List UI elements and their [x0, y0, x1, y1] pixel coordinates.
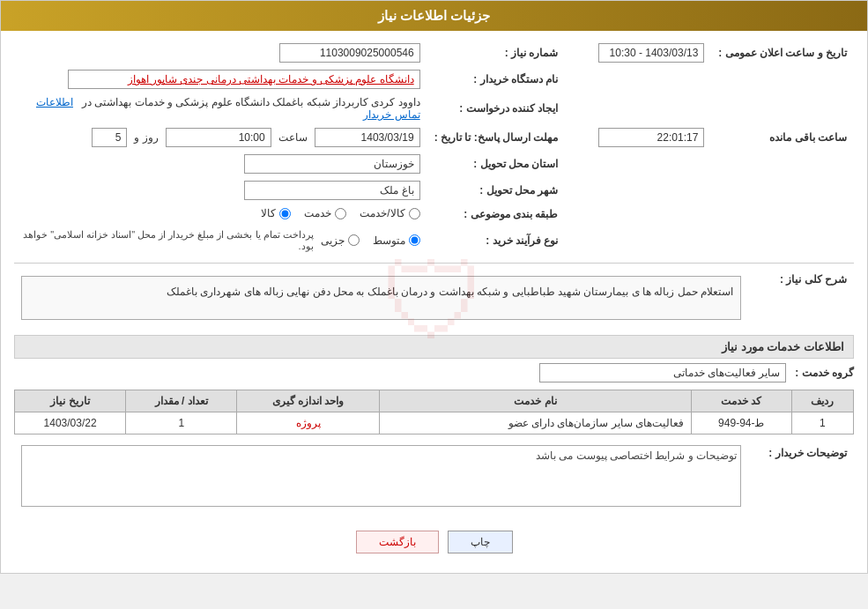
col-service-code: کد خدمت	[692, 390, 792, 412]
category-label: طبقه بندی موضوعی :	[427, 204, 566, 226]
deadline-remaining-suffix: ساعت باقی مانده	[711, 124, 854, 151]
request-number-label: شماره نیاز :	[427, 40, 566, 66]
deadline-time: 10:00	[166, 128, 271, 147]
purchase-type-radio-group: متوسط جزیی	[321, 234, 420, 247]
cell-unit: پروژه	[237, 412, 380, 434]
description-table: شرح کلی نیاز : استعلام حمل زباله ها ی بی…	[14, 268, 854, 328]
page-title: جزئیات اطلاعات نیاز	[378, 8, 490, 23]
back-button[interactable]: بازگشت	[356, 531, 439, 553]
table-row: 1 ط-94-949 فعالیت‌های سایر سازمان‌های دا…	[15, 412, 854, 434]
print-button[interactable]: چاپ	[448, 531, 513, 553]
info-table: تاریخ و ساعت اعلان عمومی : 1403/03/13 - …	[14, 40, 854, 256]
purchase-type-label: نوع فرآیند خرید :	[427, 226, 566, 256]
creator-value: داوود کردی کاربرداز شبکه باغملک دانشگاه …	[82, 96, 420, 108]
deadline-label: مهلت ارسال پاسخ: تا تاریخ :	[427, 124, 566, 151]
col-unit: واحد اندازه گیری	[237, 390, 380, 412]
cell-date: 1403/03/22	[15, 412, 126, 434]
province-label: استان محل تحویل :	[427, 151, 566, 177]
page-header: جزئیات اطلاعات نیاز	[1, 1, 867, 31]
purchase-type-jozi[interactable]: جزیی	[321, 234, 360, 247]
category-radio-group: کالا/خدمت خدمت کالا	[261, 207, 419, 219]
cell-service-name: فعالیت‌های سایر سازمان‌های دارای عضو	[379, 412, 691, 434]
city-label: شهر محل تحویل :	[427, 177, 566, 204]
date-time-value: 1403/03/13 - 10:30	[598, 43, 704, 63]
services-section-title: اطلاعات خدمات مورد نیاز	[14, 335, 854, 359]
notes-table: توضیحات خریدار : توضیحات و شرایط اختصاصی…	[14, 442, 854, 513]
date-time-label: تاریخ و ساعت اعلان عمومی :	[711, 40, 854, 66]
service-group-label: گروه خدمت :	[795, 367, 854, 379]
deadline-time-label: ساعت	[278, 131, 308, 144]
deadline-date: 1403/03/19	[315, 128, 420, 147]
category-option-kala[interactable]: کالا	[261, 207, 291, 219]
services-table: ردیف کد خدمت نام خدمت واحد اندازه گیری ت…	[14, 390, 854, 434]
group-service-row: گروه خدمت : سایر فعالیت‌های خدماتی	[14, 363, 854, 382]
button-row: چاپ بازگشت	[14, 520, 854, 564]
deadline-remaining: 22:01:17	[598, 128, 704, 147]
cell-service-code: ط-94-949	[692, 412, 792, 434]
deadline-days-label: روز و	[134, 131, 158, 144]
col-row-num: ردیف	[791, 390, 853, 412]
category-option-kala-khedmat[interactable]: کالا/خدمت	[360, 207, 419, 219]
request-number-value: 1103009025000546	[279, 43, 420, 63]
col-date: تاریخ نیاز	[15, 390, 126, 412]
buyer-notes-value: توضیحات و شرایط اختصاصی پیوست می باشد	[536, 449, 737, 462]
purchase-type-note: پرداخت تمام یا بخشی از مبلغ خریدار از مح…	[21, 229, 314, 252]
buyer-org-label: نام دستگاه خریدار :	[427, 66, 566, 93]
cell-row-num: 1	[791, 412, 853, 434]
deadline-days: 5	[92, 128, 127, 147]
description-label: شرح کلی نیاز :	[748, 268, 854, 328]
province-value: خوزستان	[244, 154, 420, 174]
service-group-value: سایر فعالیت‌های خدماتی	[539, 363, 786, 382]
col-quantity: تعداد / مقدار	[126, 390, 237, 412]
cell-quantity: 1	[126, 412, 237, 434]
description-value: استعلام حمل زباله ها ی بیمارستان شهید طب…	[21, 276, 741, 320]
buyer-notes-label: توضیحات خریدار :	[748, 442, 854, 513]
buyer-org-value: دانشگاه علوم پزشکی و خدمات بهداشتی درمان…	[68, 70, 420, 89]
creator-label: ایجاد کننده درخواست :	[427, 93, 566, 124]
category-option-khedmat[interactable]: خدمت	[304, 207, 346, 219]
city-value: باغ ملک	[244, 181, 420, 200]
purchase-type-motavaset[interactable]: متوسط	[373, 234, 420, 247]
col-service-name: نام خدمت	[379, 390, 691, 412]
